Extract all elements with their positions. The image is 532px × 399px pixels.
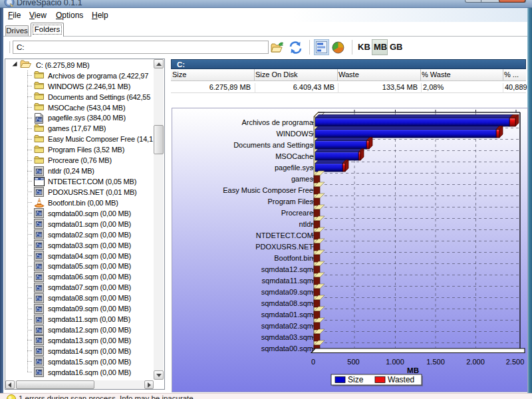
svg-text:sqmdata11.sqm: sqmdata11.sqm — [262, 277, 313, 285]
svg-text:Documents and Settings: Documents and Settings — [233, 141, 313, 149]
svg-text:sqmdata01.sqm: sqmdata01.sqm — [261, 311, 313, 319]
svg-text:WINDOWS: WINDOWS — [276, 130, 313, 138]
svg-text:sqmdata09.sqm: sqmdata09.sqm — [261, 288, 313, 296]
svg-text:2.000: 2.000 — [466, 358, 485, 366]
svg-text:0: 0 — [311, 358, 315, 366]
svg-text:MSOCache: MSOCache — [275, 152, 313, 160]
svg-text:Procreare: Procreare — [281, 209, 313, 217]
svg-text:sqmdata12.sqm: sqmdata12.sqm — [261, 265, 313, 273]
svg-text:sqmdata02.sqm: sqmdata02.sqm — [261, 322, 313, 330]
svg-text:Program Files: Program Files — [268, 198, 314, 205]
svg-text:1.500: 1.500 — [426, 358, 445, 366]
svg-text:MB: MB — [407, 366, 419, 374]
svg-text:1.000: 1.000 — [386, 358, 404, 366]
svg-text:Bootfont.bin: Bootfont.bin — [274, 254, 313, 262]
svg-text:Wasted: Wasted — [388, 375, 414, 384]
svg-text:Archivos de programa: Archivos de programa — [241, 118, 313, 126]
svg-text:sqmdata03.sqm: sqmdata03.sqm — [261, 333, 313, 341]
svg-text:ntldr: ntldr — [299, 220, 314, 228]
svg-text:Easy Music Composer Free: Easy Music Composer Free — [223, 186, 313, 194]
svg-text:NTDETECT.COM: NTDETECT.COM — [256, 231, 313, 239]
svg-text:sqmdata00.sqm: sqmdata00.sqm — [261, 344, 313, 352]
svg-text:PDOXUSRS.NET: PDOXUSRS.NET — [255, 243, 313, 251]
svg-text:pagefile.sys: pagefile.sys — [275, 164, 314, 172]
svg-text:games: games — [291, 175, 314, 183]
svg-text:2.500: 2.500 — [506, 358, 525, 366]
svg-text:sqmdata08.sqm: sqmdata08.sqm — [261, 299, 313, 307]
svg-text:Size: Size — [348, 375, 364, 384]
svg-text:500: 500 — [347, 358, 359, 366]
